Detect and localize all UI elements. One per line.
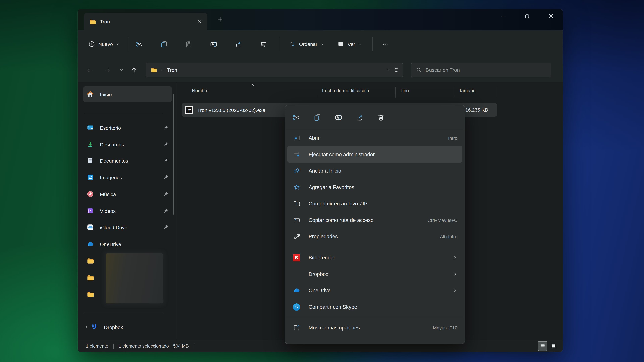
pin-icon — [164, 225, 168, 230]
sort-button[interactable]: Ordenar — [284, 37, 328, 51]
search-box[interactable] — [411, 62, 552, 77]
admin-shield-icon — [293, 151, 300, 158]
menu-item-propiedades[interactable]: Propiedades Alt+Intro — [288, 228, 462, 245]
sidebar-item-musica[interactable]: Música — [83, 186, 172, 202]
tab-close-icon[interactable] — [194, 16, 204, 27]
menu-separator — [286, 317, 464, 318]
up-button[interactable] — [128, 63, 141, 77]
sidebar-item-videos[interactable]: Vídeos — [83, 203, 172, 219]
details-view-button[interactable] — [538, 342, 547, 351]
menu-item-label: Abrir — [308, 135, 320, 141]
column-header-size[interactable]: Tamaño — [459, 88, 476, 93]
sort-icon — [289, 40, 296, 48]
pictures-icon — [86, 174, 94, 181]
menu-item-dropbox[interactable]: Dropbox — [288, 266, 462, 282]
title-bar[interactable]: Tron — [78, 9, 563, 30]
menu-item-compartir-skype[interactable]: S Compartir con Skype — [288, 299, 462, 315]
menu-item-label: Propiedades — [308, 233, 338, 240]
column-separator[interactable] — [454, 87, 454, 97]
column-separator[interactable] — [497, 87, 497, 97]
rename-button[interactable] — [206, 36, 222, 52]
column-separator[interactable] — [396, 87, 396, 97]
ellipsis-icon — [382, 41, 388, 47]
sidebar-item-descargas[interactable]: Descargas — [83, 137, 172, 152]
share-button[interactable] — [231, 36, 246, 52]
menu-item-label: Dropbox — [308, 271, 328, 277]
sidebar-item-imagenes[interactable]: Imágenes — [83, 170, 172, 185]
tab-title: Tron — [100, 19, 194, 24]
breadcrumb-chevron-icon — [160, 68, 164, 72]
chevron-down-icon — [116, 42, 120, 46]
paste-button[interactable] — [181, 36, 197, 52]
recent-locations-button[interactable] — [116, 63, 127, 77]
sidebar-item-icloud[interactable]: iCloud Drive — [83, 220, 172, 235]
sidebar-item-inicio[interactable]: Inicio — [83, 86, 172, 102]
sidebar-item-dropbox[interactable]: Dropbox — [83, 320, 172, 335]
cut-button[interactable] — [132, 36, 147, 52]
expand-chevron-icon[interactable] — [84, 325, 88, 329]
sidebar-scrollbar[interactable] — [173, 94, 174, 215]
close-button[interactable] — [539, 9, 563, 23]
sidebar-item-onedrive[interactable]: OneDrive — [83, 236, 172, 252]
maximize-button[interactable] — [515, 9, 539, 23]
address-bar[interactable]: Tron — [146, 62, 403, 77]
menu-separator — [286, 129, 464, 129]
video-icon — [86, 207, 94, 215]
menu-item-copiar-ruta[interactable]: Copiar como ruta de acceso Ctrl+Mayús+C — [288, 212, 462, 228]
column-header-date[interactable]: Fecha de modificación — [322, 88, 369, 93]
menu-item-label: Agregar a Favoritos — [308, 184, 354, 190]
sidebar-item-label: Documentos — [100, 158, 128, 163]
copy-button[interactable] — [310, 110, 325, 125]
thumbnails-view-button[interactable] — [549, 342, 558, 351]
new-tab-button[interactable] — [215, 14, 225, 24]
menu-item-ejecutar-como-administrador[interactable]: Ejecutar como administrador — [288, 146, 462, 163]
sidebar-item-label: Imágenes — [100, 174, 122, 180]
breadcrumb[interactable]: Tron — [167, 67, 177, 73]
menu-item-abrir[interactable]: Abrir Intro — [288, 130, 462, 146]
forward-button[interactable] — [100, 63, 114, 77]
onedrive-icon — [86, 240, 94, 248]
copy-icon — [160, 40, 168, 48]
menu-item-comprimir-zip[interactable]: Comprimir en archivo ZIP — [288, 195, 462, 212]
copy-button[interactable] — [156, 36, 172, 52]
redacted-blur-region — [106, 253, 163, 303]
sidebar-item-label: Escritorio — [100, 125, 121, 131]
column-header-type[interactable]: Tipo — [400, 88, 409, 93]
address-row: Tron — [78, 58, 563, 82]
sidebar-item-label: Descargas — [100, 142, 124, 147]
share-button[interactable] — [352, 110, 367, 125]
menu-item-label: Copiar como ruta de acceso — [308, 217, 374, 223]
minimize-button[interactable] — [492, 9, 515, 23]
more-options-button[interactable] — [377, 36, 393, 52]
back-button[interactable] — [83, 63, 96, 77]
address-dropdown-icon[interactable] — [386, 68, 390, 72]
sidebar-item-documentos[interactable]: Documentos — [83, 153, 172, 168]
cut-button[interactable] — [288, 110, 304, 125]
delete-button[interactable] — [373, 110, 388, 125]
search-input[interactable] — [426, 67, 547, 73]
desktop-icon — [86, 124, 94, 131]
column-header-name[interactable]: Nombre — [192, 88, 209, 93]
download-icon — [86, 141, 94, 148]
wrench-icon — [293, 233, 300, 240]
menu-item-anclar-a-inicio[interactable]: Anclar a Inicio — [288, 163, 462, 179]
new-button[interactable]: Nuevo — [84, 37, 124, 51]
menu-item-bitdefender[interactable]: B Bitdefender — [288, 249, 462, 266]
column-separator[interactable] — [317, 87, 317, 97]
folder-icon — [89, 18, 96, 25]
menu-item-label: Mostrar más opciones — [308, 325, 360, 331]
sidebar-item-escritorio[interactable]: Escritorio — [83, 120, 172, 135]
view-button-label: Ver — [348, 41, 355, 47]
rename-button[interactable] — [331, 110, 346, 125]
delete-button[interactable] — [256, 36, 271, 52]
menu-item-mostrar-mas-opciones[interactable]: Mostrar más opciones Mayús+F10 — [288, 320, 462, 336]
toolbar-separator — [128, 37, 128, 51]
copy-icon — [314, 113, 321, 121]
share-icon — [235, 40, 242, 48]
menu-item-agregar-a-favoritos[interactable]: Agregar a Favoritos — [288, 179, 462, 195]
refresh-icon[interactable] — [394, 67, 400, 73]
view-button[interactable]: Ver — [333, 37, 366, 51]
tab-tron[interactable]: Tron — [84, 13, 207, 30]
menu-item-onedrive[interactable]: OneDrive — [288, 282, 462, 299]
onedrive-icon — [293, 287, 300, 294]
